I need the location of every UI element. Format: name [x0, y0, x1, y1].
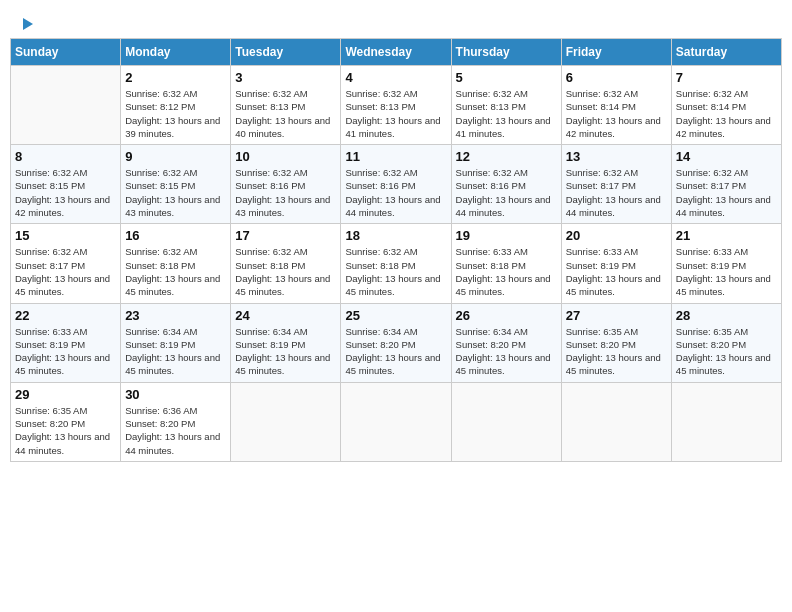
calendar-cell: 4Sunrise: 6:32 AMSunset: 8:13 PMDaylight…: [341, 66, 451, 145]
day-info: Sunrise: 6:33 AMSunset: 8:18 PMDaylight:…: [456, 245, 557, 298]
day-header-friday: Friday: [561, 39, 671, 66]
day-header-sunday: Sunday: [11, 39, 121, 66]
calendar-cell: 6Sunrise: 6:32 AMSunset: 8:14 PMDaylight…: [561, 66, 671, 145]
day-info: Sunrise: 6:32 AMSunset: 8:17 PMDaylight:…: [15, 245, 116, 298]
calendar-cell: [341, 382, 451, 461]
day-number: 12: [456, 149, 557, 164]
day-number: 19: [456, 228, 557, 243]
calendar-cell: 12Sunrise: 6:32 AMSunset: 8:16 PMDayligh…: [451, 145, 561, 224]
calendar-cell: 5Sunrise: 6:32 AMSunset: 8:13 PMDaylight…: [451, 66, 561, 145]
logo: [20, 18, 33, 30]
calendar-cell: 14Sunrise: 6:32 AMSunset: 8:17 PMDayligh…: [671, 145, 781, 224]
day-number: 20: [566, 228, 667, 243]
day-info: Sunrise: 6:32 AMSunset: 8:14 PMDaylight:…: [566, 87, 667, 140]
calendar-cell: 11Sunrise: 6:32 AMSunset: 8:16 PMDayligh…: [341, 145, 451, 224]
calendar-cell: 30Sunrise: 6:36 AMSunset: 8:20 PMDayligh…: [121, 382, 231, 461]
day-info: Sunrise: 6:35 AMSunset: 8:20 PMDaylight:…: [566, 325, 667, 378]
day-info: Sunrise: 6:34 AMSunset: 8:20 PMDaylight:…: [456, 325, 557, 378]
day-number: 26: [456, 308, 557, 323]
day-info: Sunrise: 6:32 AMSunset: 8:18 PMDaylight:…: [345, 245, 446, 298]
logo-arrow-icon: [23, 18, 33, 30]
day-number: 23: [125, 308, 226, 323]
day-number: 13: [566, 149, 667, 164]
calendar-cell: 3Sunrise: 6:32 AMSunset: 8:13 PMDaylight…: [231, 66, 341, 145]
day-info: Sunrise: 6:34 AMSunset: 8:20 PMDaylight:…: [345, 325, 446, 378]
calendar-cell: 23Sunrise: 6:34 AMSunset: 8:19 PMDayligh…: [121, 303, 231, 382]
day-header-monday: Monday: [121, 39, 231, 66]
day-number: 3: [235, 70, 336, 85]
calendar-week-5: 29Sunrise: 6:35 AMSunset: 8:20 PMDayligh…: [11, 382, 782, 461]
day-header-row: SundayMondayTuesdayWednesdayThursdayFrid…: [11, 39, 782, 66]
calendar-cell: 10Sunrise: 6:32 AMSunset: 8:16 PMDayligh…: [231, 145, 341, 224]
calendar-cell: 26Sunrise: 6:34 AMSunset: 8:20 PMDayligh…: [451, 303, 561, 382]
calendar-cell: 16Sunrise: 6:32 AMSunset: 8:18 PMDayligh…: [121, 224, 231, 303]
calendar-cell: 2Sunrise: 6:32 AMSunset: 8:12 PMDaylight…: [121, 66, 231, 145]
calendar-cell: 19Sunrise: 6:33 AMSunset: 8:18 PMDayligh…: [451, 224, 561, 303]
calendar-cell: 21Sunrise: 6:33 AMSunset: 8:19 PMDayligh…: [671, 224, 781, 303]
day-info: Sunrise: 6:32 AMSunset: 8:13 PMDaylight:…: [235, 87, 336, 140]
calendar-cell: 13Sunrise: 6:32 AMSunset: 8:17 PMDayligh…: [561, 145, 671, 224]
day-number: 29: [15, 387, 116, 402]
calendar-cell: 29Sunrise: 6:35 AMSunset: 8:20 PMDayligh…: [11, 382, 121, 461]
calendar-table: SundayMondayTuesdayWednesdayThursdayFrid…: [10, 38, 782, 462]
day-info: Sunrise: 6:36 AMSunset: 8:20 PMDaylight:…: [125, 404, 226, 457]
calendar-week-1: 2Sunrise: 6:32 AMSunset: 8:12 PMDaylight…: [11, 66, 782, 145]
day-info: Sunrise: 6:32 AMSunset: 8:15 PMDaylight:…: [15, 166, 116, 219]
day-info: Sunrise: 6:32 AMSunset: 8:14 PMDaylight:…: [676, 87, 777, 140]
day-number: 22: [15, 308, 116, 323]
day-number: 16: [125, 228, 226, 243]
day-number: 30: [125, 387, 226, 402]
day-number: 18: [345, 228, 446, 243]
calendar-week-2: 8Sunrise: 6:32 AMSunset: 8:15 PMDaylight…: [11, 145, 782, 224]
day-info: Sunrise: 6:32 AMSunset: 8:18 PMDaylight:…: [235, 245, 336, 298]
day-info: Sunrise: 6:33 AMSunset: 8:19 PMDaylight:…: [15, 325, 116, 378]
calendar-body: 2Sunrise: 6:32 AMSunset: 8:12 PMDaylight…: [11, 66, 782, 462]
day-info: Sunrise: 6:32 AMSunset: 8:16 PMDaylight:…: [345, 166, 446, 219]
calendar-cell: [451, 382, 561, 461]
calendar-cell: [671, 382, 781, 461]
calendar-week-3: 15Sunrise: 6:32 AMSunset: 8:17 PMDayligh…: [11, 224, 782, 303]
day-number: 8: [15, 149, 116, 164]
day-info: Sunrise: 6:33 AMSunset: 8:19 PMDaylight:…: [566, 245, 667, 298]
day-number: 5: [456, 70, 557, 85]
day-number: 4: [345, 70, 446, 85]
calendar-cell: 17Sunrise: 6:32 AMSunset: 8:18 PMDayligh…: [231, 224, 341, 303]
day-info: Sunrise: 6:34 AMSunset: 8:19 PMDaylight:…: [235, 325, 336, 378]
calendar-cell: 25Sunrise: 6:34 AMSunset: 8:20 PMDayligh…: [341, 303, 451, 382]
calendar-cell: 7Sunrise: 6:32 AMSunset: 8:14 PMDaylight…: [671, 66, 781, 145]
calendar-cell: [11, 66, 121, 145]
calendar-week-4: 22Sunrise: 6:33 AMSunset: 8:19 PMDayligh…: [11, 303, 782, 382]
day-number: 6: [566, 70, 667, 85]
day-header-saturday: Saturday: [671, 39, 781, 66]
day-info: Sunrise: 6:33 AMSunset: 8:19 PMDaylight:…: [676, 245, 777, 298]
page-header: [10, 10, 782, 34]
day-number: 17: [235, 228, 336, 243]
day-info: Sunrise: 6:32 AMSunset: 8:18 PMDaylight:…: [125, 245, 226, 298]
day-info: Sunrise: 6:32 AMSunset: 8:16 PMDaylight:…: [456, 166, 557, 219]
day-info: Sunrise: 6:34 AMSunset: 8:19 PMDaylight:…: [125, 325, 226, 378]
day-number: 2: [125, 70, 226, 85]
calendar-cell: [231, 382, 341, 461]
calendar-cell: 28Sunrise: 6:35 AMSunset: 8:20 PMDayligh…: [671, 303, 781, 382]
day-number: 25: [345, 308, 446, 323]
day-info: Sunrise: 6:32 AMSunset: 8:15 PMDaylight:…: [125, 166, 226, 219]
day-number: 10: [235, 149, 336, 164]
day-info: Sunrise: 6:35 AMSunset: 8:20 PMDaylight:…: [15, 404, 116, 457]
day-number: 28: [676, 308, 777, 323]
day-header-tuesday: Tuesday: [231, 39, 341, 66]
day-number: 7: [676, 70, 777, 85]
day-number: 27: [566, 308, 667, 323]
calendar-cell: 9Sunrise: 6:32 AMSunset: 8:15 PMDaylight…: [121, 145, 231, 224]
day-number: 15: [15, 228, 116, 243]
day-info: Sunrise: 6:32 AMSunset: 8:12 PMDaylight:…: [125, 87, 226, 140]
calendar-cell: 18Sunrise: 6:32 AMSunset: 8:18 PMDayligh…: [341, 224, 451, 303]
calendar-header: SundayMondayTuesdayWednesdayThursdayFrid…: [11, 39, 782, 66]
day-info: Sunrise: 6:32 AMSunset: 8:17 PMDaylight:…: [676, 166, 777, 219]
day-header-thursday: Thursday: [451, 39, 561, 66]
calendar-cell: 24Sunrise: 6:34 AMSunset: 8:19 PMDayligh…: [231, 303, 341, 382]
calendar-cell: 15Sunrise: 6:32 AMSunset: 8:17 PMDayligh…: [11, 224, 121, 303]
calendar-cell: [561, 382, 671, 461]
day-info: Sunrise: 6:32 AMSunset: 8:16 PMDaylight:…: [235, 166, 336, 219]
calendar-cell: 20Sunrise: 6:33 AMSunset: 8:19 PMDayligh…: [561, 224, 671, 303]
day-number: 24: [235, 308, 336, 323]
